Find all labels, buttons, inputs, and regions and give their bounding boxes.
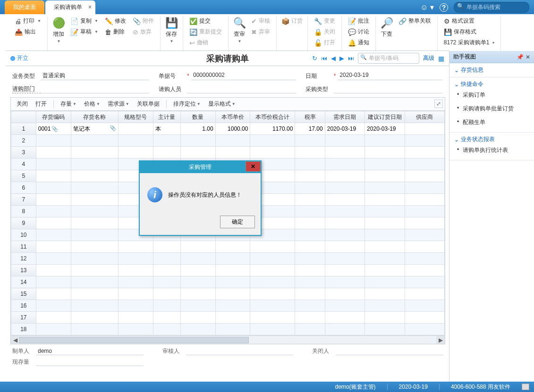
col-header[interactable]: 本币单价 <box>215 111 250 123</box>
table-cell[interactable] <box>295 265 325 276</box>
barcode-search-input[interactable]: 单据条码搜索 <box>454 2 529 13</box>
table-cell[interactable] <box>250 300 295 312</box>
date-field[interactable]: 2020-03-19 <box>338 72 442 80</box>
table-row[interactable]: 18 <box>11 324 445 335</box>
table-cell[interactable]: 3 <box>11 147 36 158</box>
table-cell[interactable] <box>180 324 215 335</box>
table-cell[interactable] <box>295 241 325 253</box>
table-cell[interactable] <box>71 276 118 288</box>
quick-item[interactable]: 采购请购单批量订货 <box>454 102 529 116</box>
table-cell[interactable] <box>405 158 444 170</box>
table-cell[interactable] <box>71 300 118 312</box>
table-cell[interactable] <box>365 194 405 206</box>
table-cell[interactable]: 2020-03-19 <box>365 123 405 135</box>
table-cell[interactable] <box>405 276 444 288</box>
output-button[interactable]: 📤输出 <box>13 27 43 37</box>
table-cell[interactable] <box>71 241 118 253</box>
table-cell[interactable] <box>250 276 295 288</box>
table-cell[interactable] <box>250 324 295 335</box>
table-cell[interactable] <box>325 170 364 182</box>
table-cell[interactable] <box>180 288 215 300</box>
table-cell[interactable] <box>118 312 153 324</box>
table-cell[interactable] <box>325 276 364 288</box>
table-cell[interactable] <box>405 182 444 194</box>
table-cell[interactable] <box>405 312 444 324</box>
section-quickcmd[interactable]: 快捷命令 <box>454 80 529 88</box>
delete-button[interactable]: 🗑删除 <box>103 27 128 37</box>
table-row[interactable]: 14 <box>11 276 445 288</box>
table-cell[interactable] <box>180 135 215 147</box>
table-cell[interactable] <box>36 288 71 300</box>
reqperson-field[interactable] <box>187 85 296 93</box>
table-cell[interactable] <box>180 312 215 324</box>
table-cell[interactable] <box>365 312 405 324</box>
tb-dispfmt-button[interactable]: 显示格式▼ <box>205 99 238 109</box>
table-cell[interactable]: 12 <box>11 253 36 265</box>
table-cell[interactable] <box>180 253 215 265</box>
table-cell[interactable] <box>153 324 180 335</box>
table-cell[interactable]: 1 <box>11 123 36 135</box>
table-cell[interactable] <box>295 276 325 288</box>
dept-field[interactable] <box>41 85 149 93</box>
table-cell[interactable] <box>405 253 444 265</box>
table-cell[interactable] <box>118 241 153 253</box>
table-cell[interactable] <box>295 135 325 147</box>
table-cell[interactable] <box>295 324 325 335</box>
table-cell[interactable] <box>325 265 364 276</box>
table-cell[interactable] <box>325 229 364 241</box>
submit-button[interactable]: ✅提交 <box>187 16 224 26</box>
table-cell[interactable] <box>215 324 250 335</box>
table-cell[interactable] <box>36 265 71 276</box>
table-cell[interactable] <box>180 300 215 312</box>
pin-icon[interactable]: 📌 <box>517 54 524 60</box>
table-cell[interactable]: 18 <box>11 324 36 335</box>
table-cell[interactable] <box>325 135 364 147</box>
col-header[interactable]: 本币价税合计 <box>250 111 295 123</box>
table-cell[interactable]: 16 <box>11 300 36 312</box>
table-cell[interactable] <box>405 206 444 217</box>
table-cell[interactable] <box>215 135 250 147</box>
table-cell[interactable] <box>36 229 71 241</box>
table-cell[interactable] <box>295 312 325 324</box>
table-cell[interactable] <box>250 288 295 300</box>
last-icon[interactable]: ⏭ <box>348 55 354 62</box>
table-cell[interactable] <box>180 265 215 276</box>
table-cell[interactable] <box>215 288 250 300</box>
table-cell[interactable] <box>250 241 295 253</box>
tb-linkdoc-button[interactable]: 关联单据 <box>134 99 162 109</box>
col-header[interactable]: 供应商 <box>405 111 444 123</box>
table-row[interactable]: 17 <box>11 312 445 324</box>
table-cell[interactable] <box>118 288 153 300</box>
table-cell[interactable] <box>405 229 444 241</box>
advanced-link[interactable]: 高级 <box>423 54 434 62</box>
table-cell[interactable] <box>325 217 364 229</box>
table-row[interactable]: 13 <box>11 265 445 276</box>
table-cell[interactable] <box>295 147 325 158</box>
tab-desktop[interactable]: 我的桌面 <box>5 0 44 14</box>
add-button[interactable]: 🟢增加▼ <box>51 16 67 44</box>
formatset-button[interactable]: ⚙格式设置 <box>442 16 496 26</box>
table-cell[interactable] <box>71 194 118 206</box>
table-cell[interactable] <box>36 194 71 206</box>
table-cell[interactable] <box>153 300 180 312</box>
dialog-close-icon[interactable]: ✕ <box>246 161 261 172</box>
table-cell[interactable] <box>250 253 295 265</box>
table-cell[interactable] <box>365 158 405 170</box>
prev-icon[interactable]: ◀ <box>331 55 336 62</box>
tab-current[interactable]: 采购请购单 × <box>45 0 95 14</box>
table-cell[interactable] <box>180 241 215 253</box>
table-cell[interactable] <box>295 158 325 170</box>
table-cell[interactable] <box>71 206 118 217</box>
table-row[interactable]: 15 <box>11 288 445 300</box>
table-cell[interactable] <box>118 147 153 158</box>
col-header[interactable]: 主计量 <box>153 111 180 123</box>
table-cell[interactable] <box>36 206 71 217</box>
table-cell[interactable] <box>71 182 118 194</box>
close-icon[interactable]: × <box>88 4 92 10</box>
table-cell[interactable] <box>215 300 250 312</box>
table-cell[interactable] <box>325 158 364 170</box>
table-cell[interactable] <box>365 288 405 300</box>
table-cell[interactable] <box>405 170 444 182</box>
audit-button[interactable]: 🔍查审▼ <box>231 16 248 44</box>
table-cell[interactable]: 15 <box>11 288 36 300</box>
